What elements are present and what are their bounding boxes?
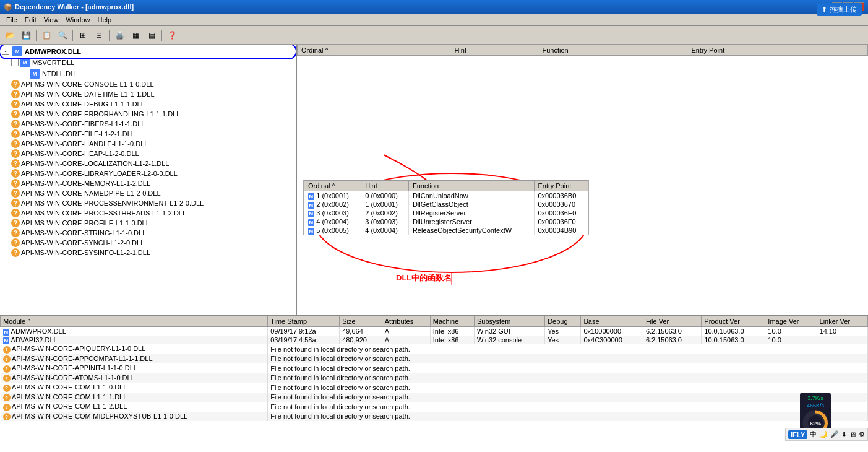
tree-item-api-ms-win-core-fibers-l1-1-1-dll[interactable]: ?API-MS-WIN-CORE-FIBERS-L1-1-1.DLL bbox=[1, 119, 294, 129]
detail-row[interactable]: M 4 (0x0004)3 (0x0003)DllUnregisterServe… bbox=[304, 217, 588, 226]
detail-col-hint[interactable]: Hint bbox=[361, 181, 409, 191]
menu-window[interactable]: Window bbox=[62, 15, 93, 25]
module-row[interactable]: M ADMWPROX.DLL09/19/17 9:12a49,664AIntel… bbox=[1, 327, 868, 336]
tree-root-label: ADMWPROX.DLL bbox=[25, 48, 81, 55]
upload-button[interactable]: ⬆ 拖拽上传 bbox=[817, 3, 862, 16]
module-col-module-^[interactable]: Module ^ bbox=[1, 316, 268, 327]
ifly-mic[interactable]: 🎤 bbox=[830, 430, 839, 438]
module-cell-error: File not found in local directory or sea… bbox=[268, 412, 868, 422]
detail-col-entry[interactable]: Entry Point bbox=[534, 181, 588, 191]
detail-row[interactable]: M 5 (0x0005)4 (0x0004)ReleaseObjectSecur… bbox=[304, 226, 588, 235]
detail-row[interactable]: M 2 (0x0002)1 (0x0001)DllGetClassObject0… bbox=[304, 200, 588, 209]
detail-ordinal: M 3 (0x0003) bbox=[304, 209, 361, 217]
menu-file[interactable]: File bbox=[2, 15, 21, 25]
module-row[interactable]: ? API-MS-WIN-CORE-COM-L1-1-1.DLLFile not… bbox=[1, 393, 868, 402]
tree-item-api-ms-win-core-console-l1-1-0-dll[interactable]: ?API-MS-WIN-CORE-CONSOLE-L1-1-0.DLL bbox=[1, 79, 294, 89]
toolbar-save[interactable]: 💾 bbox=[19, 28, 33, 42]
module-row[interactable]: ? API-MS-WIN-CORE-APPCOMPAT-L1-1-1.DLLFi… bbox=[1, 354, 868, 364]
module-cell-name: ? API-MS-WIN-CORE-COM-L1-1-0.DLL bbox=[1, 383, 268, 393]
tree-item-api-ms-win-core-file-l1-2-1-dll[interactable]: ?API-MS-WIN-CORE-FILE-L1-2-1.DLL bbox=[1, 129, 294, 139]
module-col-machine[interactable]: Machine bbox=[430, 316, 474, 327]
module-col-base[interactable]: Base bbox=[581, 316, 643, 327]
menu-edit[interactable]: Edit bbox=[21, 15, 40, 25]
tree-item-api-ms-win-core-synch-l1-2-0-dll[interactable]: ?API-MS-WIN-CORE-SYNCH-L1-2-0.DLL bbox=[1, 238, 294, 248]
module-table-container[interactable]: Module ^Time StampSizeAttributesMachineS… bbox=[0, 316, 868, 452]
module-row[interactable]: ? API-MS-WIN-CORE-APIQUERY-L1-1-0.DLLFil… bbox=[1, 344, 868, 354]
module-cell-name: ? API-MS-WIN-CORE-ATOMS-L1-1-0.DLL bbox=[1, 373, 268, 383]
tree-item-api-ms-win-core-handle-l1-1-0-dll[interactable]: ?API-MS-WIN-CORE-HANDLE-L1-1-0.DLL bbox=[1, 139, 294, 149]
tree-item-api-ms-win-core-namedpipe-l1-2-0-dll[interactable]: ?API-MS-WIN-CORE-NAMEDPIPE-L1-2-0.DLL bbox=[1, 188, 294, 198]
tree-item-label: API-MS-WIN-CORE-SYNCH-L1-2-0.DLL bbox=[21, 239, 144, 246]
detail-col-ordinal[interactable]: Ordinal ^ bbox=[304, 181, 361, 191]
tree-ntdll[interactable]: M NTDLL.DLL bbox=[1, 68, 294, 79]
module-cell-0: 03/19/17 4:58a bbox=[268, 336, 340, 344]
module-cell-10: 14.10 bbox=[817, 327, 867, 336]
module-cell-6: 0x10000000 bbox=[581, 327, 643, 336]
module-row[interactable]: ? API-MS-WIN-CORE-COM-L1-1-2.DLLFile not… bbox=[1, 402, 868, 412]
detail-entry: 0x000036E0 bbox=[534, 209, 588, 217]
tree-item-api-ms-win-core-debug-l1-1-1-dll[interactable]: ?API-MS-WIN-CORE-DEBUG-L1-1-1.DLL bbox=[1, 99, 294, 109]
col-ordinal-upper[interactable]: Ordinal ^ bbox=[298, 45, 450, 56]
tree-item-api-ms-win-core-datetime-l1-1-1-dll[interactable]: ?API-MS-WIN-CORE-DATETIME-L1-1-1.DLL bbox=[1, 89, 294, 99]
toolbar-print[interactable]: 🖨️ bbox=[112, 28, 127, 42]
detail-row[interactable]: M 3 (0x0003)2 (0x0002)DllRegisterServer0… bbox=[304, 209, 588, 217]
tree-item-api-ms-win-core-localization-l1-2-1-dll[interactable]: ?API-MS-WIN-CORE-LOCALIZATION-L1-2-1.DLL bbox=[1, 159, 294, 168]
module-row[interactable]: ? API-MS-WIN-CORE-ATOMS-L1-1-0.DLLFile n… bbox=[1, 373, 868, 383]
tree-item-api-ms-win-core-memory-l1-1-2-dll[interactable]: ?API-MS-WIN-CORE-MEMORY-L1-1-2.DLL bbox=[1, 178, 294, 188]
toolbar-collapse[interactable]: ⊟ bbox=[92, 28, 106, 42]
module-row[interactable]: ? API-MS-WIN-CORE-COM-L1-1-0.DLLFile not… bbox=[1, 383, 868, 393]
module-row[interactable]: M ADVAPI32.DLL03/19/17 4:58a480,920AInte… bbox=[1, 336, 868, 344]
question-icon: ? bbox=[11, 159, 20, 168]
module-row[interactable]: ? API-MS-WIN-CORE-APPINIT-L1-1-0.DLLFile… bbox=[1, 363, 868, 373]
tree-item-api-ms-win-core-libraryloader-l2-0-0-dll[interactable]: ?API-MS-WIN-CORE-LIBRARYLOADER-L2-0-0.DL… bbox=[1, 168, 294, 178]
ifly-download[interactable]: ⬇ bbox=[841, 430, 847, 438]
tree-item-api-ms-win-core-errorhandling-l1-1-1-dll[interactable]: ?API-MS-WIN-CORE-ERRORHANDLING-L1-1-1.DL… bbox=[1, 109, 294, 119]
tree-item-label: API-MS-WIN-CORE-FILE-L1-2-1.DLL bbox=[21, 130, 135, 137]
col-function-upper[interactable]: Function bbox=[538, 45, 687, 56]
module-col-product-ver[interactable]: Product Ver bbox=[702, 316, 765, 327]
toolbar-open[interactable]: 📂 bbox=[2, 28, 17, 42]
toolbar-view2[interactable]: ▤ bbox=[144, 28, 159, 42]
menu-view[interactable]: View bbox=[40, 15, 62, 25]
toolbar-properties[interactable]: 🔍 bbox=[55, 28, 70, 42]
col-entrypoint-upper[interactable]: Entry Point bbox=[687, 45, 868, 56]
module-col-image-ver[interactable]: Image Ver bbox=[765, 316, 817, 327]
expand-msvcrt[interactable]: - bbox=[11, 59, 19, 66]
col-hint-upper[interactable]: Hint bbox=[450, 45, 538, 56]
module-cell-name: M ADMWPROX.DLL bbox=[1, 327, 268, 336]
tree-item-api-ms-win-core-processenvironment-l1-2-0-dll[interactable]: ?API-MS-WIN-CORE-PROCESSENVIRONMENT-L1-2… bbox=[1, 198, 294, 208]
module-row[interactable]: ? API-MS-WIN-CORE-COM-MIDLPROXYSTUB-L1-1… bbox=[1, 412, 868, 422]
tree-msvcrt[interactable]: - M MSVCRT.DLL bbox=[1, 57, 294, 68]
toolbar-help[interactable]: ❓ bbox=[165, 28, 179, 42]
module-col-subsystem[interactable]: Subsystem bbox=[474, 316, 544, 327]
ifly-chinese[interactable]: 中 bbox=[810, 430, 817, 439]
ifly-monitor[interactable]: 🖥 bbox=[849, 431, 856, 438]
module-col-file-ver[interactable]: File Ver bbox=[643, 316, 701, 327]
toolbar-copy[interactable]: 📋 bbox=[39, 28, 54, 42]
ifly-settings[interactable]: ⚙ bbox=[859, 430, 865, 438]
menu-help[interactable]: Help bbox=[93, 15, 115, 25]
tree-item-api-ms-win-core-string-l1-1-0-dll[interactable]: ?API-MS-WIN-CORE-STRING-L1-1-0.DLL bbox=[1, 228, 294, 238]
detail-hint: 4 (0x0004) bbox=[361, 226, 409, 235]
toolbar-view1[interactable]: ▦ bbox=[128, 28, 143, 42]
tree-item-api-ms-win-core-profile-l1-1-0-dll[interactable]: ?API-MS-WIN-CORE-PROFILE-L1-1-0.DLL bbox=[1, 218, 294, 228]
toolbar-expand[interactable]: ⊞ bbox=[75, 28, 90, 42]
detail-ordinal: M 2 (0x0002) bbox=[304, 200, 361, 209]
module-cell-1: 49,664 bbox=[340, 327, 382, 336]
module-cell-error: File not found in local directory or sea… bbox=[268, 354, 868, 364]
tree-item-api-ms-win-core-processthreads-l1-1-2-dll[interactable]: ?API-MS-WIN-CORE-PROCESSTHREADS-L1-1-2.D… bbox=[1, 208, 294, 218]
tree-item-api-ms-win-core-heap-l1-2-0-dll[interactable]: ?API-MS-WIN-CORE-HEAP-L1-2-0.DLL bbox=[1, 149, 294, 159]
module-col-debug[interactable]: Debug bbox=[545, 316, 581, 327]
detail-col-function[interactable]: Function bbox=[408, 181, 534, 191]
tree-panel[interactable]: - M ADMWPROX.DLL - M MSVCRT.DLL M NTDLL.… bbox=[0, 45, 297, 315]
ifly-moon[interactable]: 🌙 bbox=[819, 430, 828, 438]
expand-root[interactable]: - bbox=[1, 46, 11, 56]
module-col-attributes[interactable]: Attributes bbox=[382, 316, 430, 327]
tree-root[interactable]: - M ADMWPROX.DLL bbox=[1, 46, 294, 57]
module-col-linker-ver[interactable]: Linker Ver bbox=[817, 316, 867, 327]
module-col-size[interactable]: Size bbox=[340, 316, 382, 327]
detail-row[interactable]: M 1 (0x0001)0 (0x0000)DllCanUnloadNow0x0… bbox=[304, 191, 588, 201]
module-col-time-stamp[interactable]: Time Stamp bbox=[268, 316, 340, 327]
ifly-icon[interactable]: iFLY bbox=[788, 430, 807, 439]
tree-item-api-ms-win-core-sysinfo-l1-2-1-dll[interactable]: ?API-MS-WIN-CORE-SYSINFO-L1-2-1.DLL bbox=[1, 248, 294, 258]
